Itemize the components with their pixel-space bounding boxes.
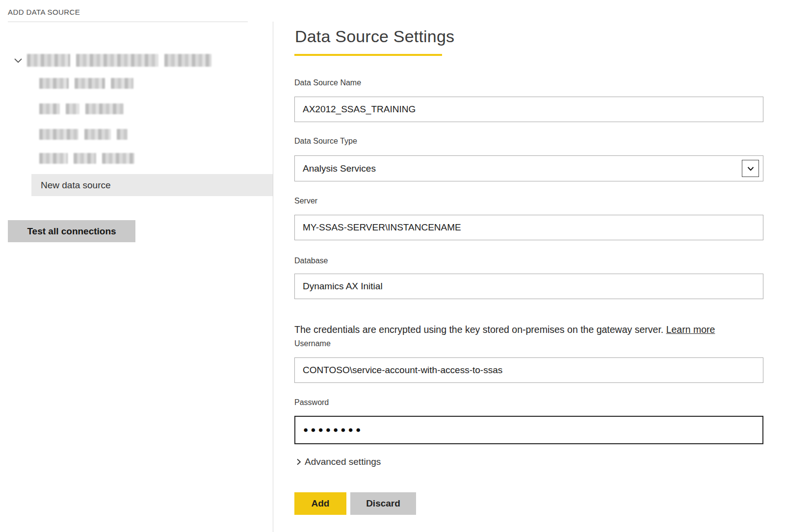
data-source-type-select[interactable]: Analysis Services (294, 155, 763, 181)
redacted-text (27, 54, 70, 67)
tree-item-redacted[interactable] (27, 54, 211, 67)
data-source-type-label: Data Source Type (294, 137, 357, 146)
redacted-text (66, 103, 79, 114)
tree-item-redacted[interactable] (39, 153, 134, 164)
tree-item-new-data-source[interactable]: New data source (31, 174, 273, 196)
redacted-text (84, 129, 111, 140)
credentials-note: The credentials are encrypted using the … (294, 324, 780, 335)
redacted-text (74, 153, 96, 164)
redacted-text (39, 153, 68, 164)
tree-item-label: New data source (41, 180, 111, 191)
add-button[interactable]: Add (294, 492, 346, 515)
panel-divider (273, 22, 273, 532)
advanced-settings-label: Advanced settings (305, 456, 381, 467)
server-label: Server (294, 197, 317, 205)
password-label: Password (294, 398, 329, 407)
username-label: Username (294, 339, 331, 348)
server-input[interactable] (294, 215, 763, 240)
selected-option: Analysis Services (303, 163, 376, 174)
tree-item-redacted[interactable] (39, 129, 128, 140)
chevron-down-icon[interactable] (742, 160, 759, 177)
redacted-text (39, 129, 78, 140)
learn-more-link[interactable]: Learn more (666, 324, 715, 335)
title-underline (294, 54, 442, 56)
redacted-text (102, 153, 134, 164)
redacted-text (164, 54, 211, 67)
redacted-text (39, 103, 60, 114)
redacted-text (117, 129, 128, 140)
test-all-connections-button[interactable]: Test all connections (8, 220, 135, 242)
tree-item-redacted[interactable] (39, 78, 133, 89)
database-input[interactable] (294, 274, 763, 299)
chevron-right-icon (295, 458, 303, 466)
redacted-text (75, 78, 105, 89)
page-header: ADD DATA SOURCE (8, 8, 80, 16)
data-source-name-input[interactable] (294, 97, 763, 122)
credentials-note-text: The credentials are encrypted using the … (294, 324, 663, 335)
data-source-name-label: Data Source Name (294, 78, 361, 87)
header-divider (8, 22, 248, 22)
tree-item-redacted[interactable] (39, 103, 124, 114)
redacted-text (76, 54, 158, 67)
chevron-down-icon[interactable] (13, 55, 24, 66)
password-input[interactable] (294, 416, 763, 444)
advanced-settings-toggle[interactable]: Advanced settings (295, 456, 381, 467)
redacted-text (85, 103, 124, 114)
redacted-text (39, 78, 69, 89)
username-input[interactable] (294, 357, 763, 383)
page-title: Data Source Settings (295, 27, 454, 46)
redacted-text (111, 78, 133, 89)
database-label: Database (294, 256, 328, 265)
add-data-source-page: ADD DATA SOURCE New data source Test all… (0, 0, 785, 532)
discard-button[interactable]: Discard (350, 492, 416, 515)
